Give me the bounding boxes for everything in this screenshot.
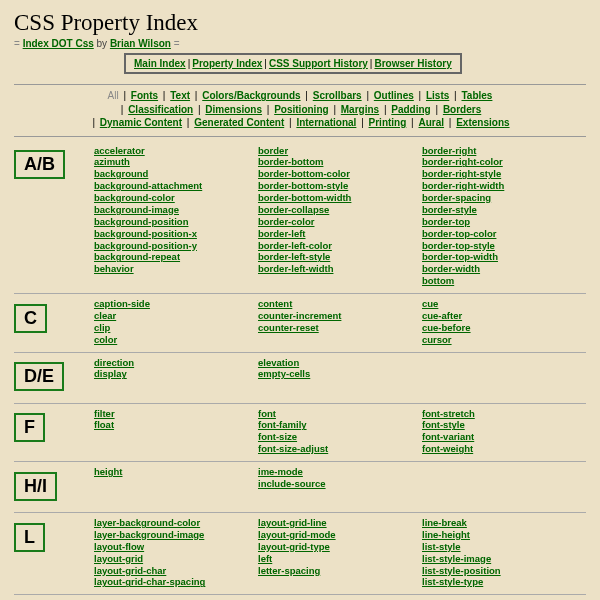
catnav-link[interactable]: Colors/Backgrounds xyxy=(202,90,300,101)
property-link[interactable]: list-style-position xyxy=(422,565,578,577)
property-link[interactable]: border-right-width xyxy=(422,180,578,192)
catnav-link[interactable]: Classification xyxy=(128,104,193,115)
catnav-link[interactable]: Dimensions xyxy=(205,104,262,115)
property-link[interactable]: font-size xyxy=(258,431,414,443)
catnav-link[interactable]: Fonts xyxy=(131,90,158,101)
property-link[interactable]: letter-spacing xyxy=(258,565,414,577)
property-link[interactable]: clear xyxy=(94,310,250,322)
property-link[interactable]: font-size-adjust xyxy=(258,443,414,455)
catnav-link[interactable]: Aural xyxy=(418,117,444,128)
catnav-link[interactable]: Lists xyxy=(426,90,449,101)
catnav-link[interactable]: International xyxy=(296,117,356,128)
property-link[interactable]: background-color xyxy=(94,192,250,204)
property-link[interactable]: direction xyxy=(94,357,250,369)
catnav-link[interactable]: Borders xyxy=(443,104,481,115)
catnav-link[interactable]: Positioning xyxy=(274,104,328,115)
property-link[interactable]: border-spacing xyxy=(422,192,578,204)
property-link[interactable]: border-right-style xyxy=(422,168,578,180)
property-link[interactable]: font xyxy=(258,408,414,420)
property-link[interactable]: layout-grid-char xyxy=(94,565,250,577)
property-link[interactable]: cue-before xyxy=(422,322,578,334)
property-link[interactable]: ime-mode xyxy=(258,466,414,478)
property-link[interactable]: cue xyxy=(422,298,578,310)
property-link[interactable]: border-top-style xyxy=(422,240,578,252)
top-nav-link[interactable]: Main Index xyxy=(134,58,186,69)
property-link[interactable]: border-width xyxy=(422,263,578,275)
property-link[interactable]: border-left-color xyxy=(258,240,414,252)
property-link[interactable]: caption-side xyxy=(94,298,250,310)
catnav-link[interactable]: Padding xyxy=(391,104,430,115)
property-link[interactable]: line-break xyxy=(422,517,578,529)
property-link[interactable]: counter-reset xyxy=(258,322,414,334)
property-link[interactable]: left xyxy=(258,553,414,565)
property-link[interactable]: background xyxy=(94,168,250,180)
property-link[interactable]: layer-background-image xyxy=(94,529,250,541)
property-link[interactable]: border-left-width xyxy=(258,263,414,275)
catnav-link[interactable]: Scrollbars xyxy=(313,90,362,101)
property-link[interactable]: display xyxy=(94,368,250,380)
property-link[interactable]: font-stretch xyxy=(422,408,578,420)
property-link[interactable]: border-bottom xyxy=(258,156,414,168)
property-link[interactable]: list-style-type xyxy=(422,576,578,588)
top-nav-link[interactable]: Property Index xyxy=(192,58,262,69)
property-link[interactable]: border-left-style xyxy=(258,251,414,263)
property-link[interactable]: border-top-width xyxy=(422,251,578,263)
property-link[interactable]: counter-increment xyxy=(258,310,414,322)
catnav-link[interactable]: Generated Content xyxy=(194,117,284,128)
property-link[interactable]: background-attachment xyxy=(94,180,250,192)
property-link[interactable]: border-left xyxy=(258,228,414,240)
property-link[interactable]: background-position-y xyxy=(94,240,250,252)
property-link[interactable]: background-repeat xyxy=(94,251,250,263)
property-link[interactable]: background-position-x xyxy=(94,228,250,240)
property-link[interactable]: layout-grid xyxy=(94,553,250,565)
property-link[interactable]: border-right xyxy=(422,145,578,157)
property-link[interactable]: layout-grid-line xyxy=(258,517,414,529)
property-link[interactable]: behavior xyxy=(94,263,250,275)
catnav-link[interactable]: Dynamic Content xyxy=(100,117,182,128)
property-link[interactable]: layer-background-color xyxy=(94,517,250,529)
property-link[interactable]: border-top-color xyxy=(422,228,578,240)
property-link[interactable]: filter xyxy=(94,408,250,420)
property-link[interactable]: border-right-color xyxy=(422,156,578,168)
property-link[interactable]: layout-flow xyxy=(94,541,250,553)
property-link[interactable]: list-style xyxy=(422,541,578,553)
property-link[interactable]: background-image xyxy=(94,204,250,216)
property-link[interactable]: accelerator xyxy=(94,145,250,157)
catnav-link[interactable]: Margins xyxy=(341,104,379,115)
property-link[interactable]: layout-grid-char-spacing xyxy=(94,576,250,588)
property-link[interactable]: border-top xyxy=(422,216,578,228)
property-link[interactable]: font-weight xyxy=(422,443,578,455)
property-link[interactable]: cursor xyxy=(422,334,578,346)
property-link[interactable]: border-bottom-style xyxy=(258,180,414,192)
catnav-link[interactable]: Text xyxy=(170,90,190,101)
property-link[interactable]: color xyxy=(94,334,250,346)
property-link[interactable]: cue-after xyxy=(422,310,578,322)
top-nav-link[interactable]: Browser History xyxy=(374,58,451,69)
property-link[interactable]: content xyxy=(258,298,414,310)
byline-author-link[interactable]: Brian Wilson xyxy=(110,38,171,49)
property-link[interactable]: line-height xyxy=(422,529,578,541)
property-link[interactable]: border-bottom-width xyxy=(258,192,414,204)
catnav-link[interactable]: Printing xyxy=(369,117,407,128)
property-link[interactable]: layout-grid-mode xyxy=(258,529,414,541)
property-link[interactable]: border-bottom-color xyxy=(258,168,414,180)
property-link[interactable]: border-collapse xyxy=(258,204,414,216)
catnav-link[interactable]: Tables xyxy=(461,90,492,101)
property-link[interactable]: elevation xyxy=(258,357,414,369)
catnav-link[interactable]: Outlines xyxy=(374,90,414,101)
property-link[interactable]: include-source xyxy=(258,478,414,490)
byline-index-link[interactable]: Index DOT Css xyxy=(23,38,94,49)
top-nav-link[interactable]: CSS Support History xyxy=(269,58,368,69)
property-link[interactable]: border xyxy=(258,145,414,157)
catnav-link[interactable]: Extensions xyxy=(456,117,509,128)
property-link[interactable]: bottom xyxy=(422,275,578,287)
property-link[interactable]: border-style xyxy=(422,204,578,216)
property-link[interactable]: azimuth xyxy=(94,156,250,168)
property-link[interactable]: empty-cells xyxy=(258,368,414,380)
property-link[interactable]: layout-grid-type xyxy=(258,541,414,553)
property-link[interactable]: border-color xyxy=(258,216,414,228)
property-link[interactable]: clip xyxy=(94,322,250,334)
property-link[interactable]: float xyxy=(94,419,250,431)
property-link[interactable]: font-style xyxy=(422,419,578,431)
property-link[interactable]: font-variant xyxy=(422,431,578,443)
